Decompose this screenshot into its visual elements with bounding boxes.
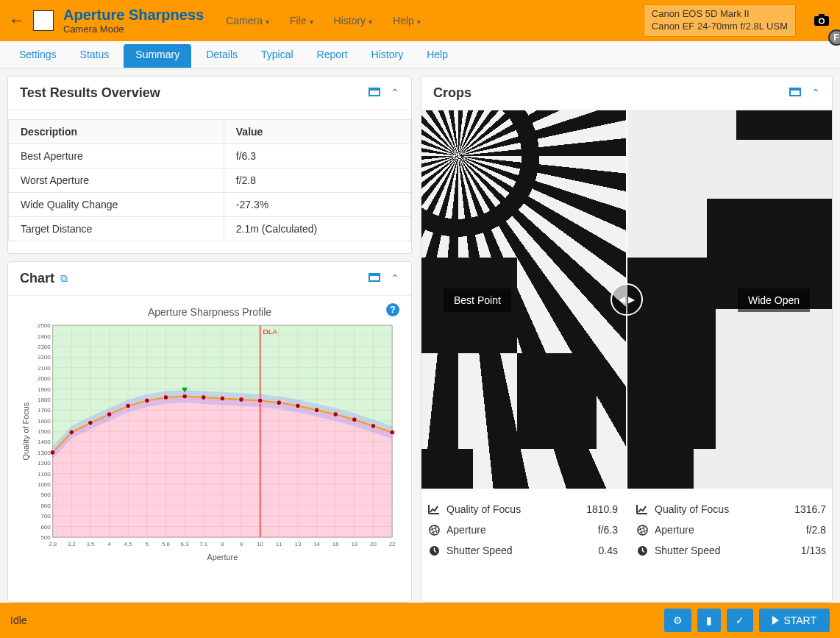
svg-point-99 bbox=[220, 396, 225, 401]
svg-text:13: 13 bbox=[294, 541, 301, 547]
svg-text:2200: 2200 bbox=[38, 354, 51, 361]
svg-point-98 bbox=[201, 395, 206, 400]
back-button[interactable]: ← bbox=[9, 11, 25, 30]
bottom-bar: Idle ⚙ ▮ ✓ START bbox=[0, 603, 840, 638]
th-value: Value bbox=[224, 120, 410, 144]
svg-text:Quality of Focus: Quality of Focus bbox=[21, 402, 30, 460]
svg-text:8: 8 bbox=[221, 541, 224, 547]
svg-point-113 bbox=[638, 525, 647, 535]
help-icon[interactable]: ? bbox=[386, 303, 399, 316]
svg-point-108 bbox=[390, 430, 395, 435]
play-icon bbox=[772, 616, 779, 625]
tab-report[interactable]: Report bbox=[305, 41, 360, 68]
start-label: START bbox=[783, 614, 816, 626]
menu-history[interactable]: History bbox=[334, 15, 373, 26]
tabs: Settings Status Summary Details Typical … bbox=[0, 41, 840, 68]
svg-text:1000: 1000 bbox=[38, 481, 51, 488]
file-icon: ▮ bbox=[706, 614, 712, 626]
content: Test Results Overview ⌃ Description Valu… bbox=[0, 68, 840, 603]
svg-text:22: 22 bbox=[389, 541, 396, 547]
overview-title: Test Results Overview bbox=[20, 85, 160, 101]
tab-help[interactable]: Help bbox=[415, 41, 460, 68]
svg-text:Aperture: Aperture bbox=[207, 553, 238, 561]
stat-label-aperture: Aperture bbox=[655, 524, 806, 536]
tab-history[interactable]: History bbox=[360, 41, 416, 68]
window-icon[interactable] bbox=[369, 88, 380, 96]
gear-icon: ⚙ bbox=[673, 614, 683, 626]
start-button[interactable]: START bbox=[759, 609, 830, 632]
collapse-icon[interactable]: ⌃ bbox=[811, 87, 820, 99]
svg-text:10: 10 bbox=[257, 541, 263, 547]
table-row: Worst Aperturef/2.8 bbox=[9, 169, 411, 193]
svg-point-96 bbox=[163, 395, 168, 400]
stat-value: 0.4s bbox=[599, 545, 618, 556]
top-bar: ← F Aperture Sharpness Camera Mode Camer… bbox=[0, 0, 840, 41]
tab-status[interactable]: Status bbox=[68, 41, 121, 68]
menu-help[interactable]: Help bbox=[393, 15, 421, 26]
table-row: Best Aperturef/6.3 bbox=[9, 144, 411, 169]
svg-text:2000: 2000 bbox=[38, 375, 51, 382]
svg-point-91 bbox=[69, 430, 74, 435]
svg-point-97 bbox=[182, 394, 188, 399]
menu-camera[interactable]: Camera bbox=[226, 15, 269, 26]
crops-panel: Crops ⌃ Best Point Wide Open ◀ ▶ bbox=[421, 76, 833, 603]
camera-info-badge[interactable]: Canon EOS 5D Mark II Canon EF 24-70mm f/… bbox=[644, 4, 796, 37]
svg-text:11: 11 bbox=[276, 541, 282, 547]
check-button[interactable]: ✓ bbox=[727, 609, 753, 632]
stat-value: f/2.8 bbox=[806, 524, 826, 536]
tab-typical[interactable]: Typical bbox=[249, 41, 305, 68]
svg-text:6.3: 6.3 bbox=[181, 541, 190, 547]
tab-summary[interactable]: Summary bbox=[124, 44, 191, 68]
svg-point-93 bbox=[107, 412, 112, 417]
collapse-icon[interactable]: ⌃ bbox=[391, 87, 399, 99]
tab-settings[interactable]: Settings bbox=[7, 41, 68, 68]
app-title: Aperture Sharpness bbox=[63, 7, 204, 24]
svg-text:1300: 1300 bbox=[38, 450, 51, 456]
svg-text:1200: 1200 bbox=[38, 460, 51, 467]
window-icon[interactable] bbox=[789, 88, 801, 96]
stat-label-shutter: Shutter Speed bbox=[446, 545, 599, 556]
svg-text:20: 20 bbox=[370, 541, 377, 547]
svg-text:1500: 1500 bbox=[38, 428, 51, 435]
chart-panel: Chart ⧉ ⌃ Aperture Sharpness Profile ? 5… bbox=[7, 261, 412, 603]
svg-point-101 bbox=[257, 398, 263, 403]
collapse-icon[interactable]: ⌃ bbox=[391, 272, 399, 284]
stat-value: f/6.3 bbox=[598, 524, 618, 536]
stat-value: 1316.7 bbox=[794, 503, 826, 515]
stat-label-qof: Quality of Focus bbox=[655, 503, 794, 515]
svg-text:18: 18 bbox=[351, 541, 357, 547]
svg-text:1900: 1900 bbox=[38, 386, 51, 393]
file-button[interactable]: ▮ bbox=[697, 609, 721, 632]
tab-details[interactable]: Details bbox=[194, 41, 249, 68]
svg-point-100 bbox=[239, 397, 244, 402]
svg-text:2.8: 2.8 bbox=[49, 541, 57, 547]
compare-handle[interactable]: ◀ ▶ bbox=[611, 283, 643, 316]
svg-text:600: 600 bbox=[40, 524, 51, 531]
chart-line-icon bbox=[427, 503, 441, 516]
svg-point-92 bbox=[88, 420, 93, 425]
crop-compare-view[interactable]: Best Point Wide Open ◀ ▶ bbox=[421, 110, 832, 489]
svg-text:1100: 1100 bbox=[38, 471, 51, 478]
camera-lens-label: Canon EF 24-70mm f/2.8L USM bbox=[652, 21, 788, 33]
svg-rect-1 bbox=[819, 14, 825, 17]
svg-text:5: 5 bbox=[146, 541, 149, 547]
crop-label-wide: Wide Open bbox=[738, 288, 810, 312]
svg-text:1400: 1400 bbox=[38, 439, 51, 445]
svg-point-111 bbox=[430, 525, 439, 535]
svg-text:1800: 1800 bbox=[38, 397, 51, 403]
aperture-icon bbox=[427, 523, 441, 536]
window-icon[interactable] bbox=[369, 273, 380, 282]
settings-button[interactable]: ⚙ bbox=[664, 609, 691, 632]
overview-table: Description Value Best Aperturef/6.3 Wor… bbox=[8, 119, 411, 241]
menu-file[interactable]: File bbox=[290, 15, 313, 26]
svg-text:2100: 2100 bbox=[38, 365, 51, 372]
svg-text:7.1: 7.1 bbox=[199, 541, 208, 547]
svg-point-106 bbox=[352, 417, 357, 422]
camera-icon[interactable] bbox=[814, 13, 830, 30]
app-logo: F bbox=[32, 10, 54, 32]
crop-right: Wide Open bbox=[627, 110, 832, 489]
copy-icon[interactable]: ⧉ bbox=[60, 272, 68, 285]
svg-text:3.2: 3.2 bbox=[68, 541, 76, 547]
overview-panel: Test Results Overview ⌃ Description Valu… bbox=[7, 76, 412, 254]
svg-text:2500: 2500 bbox=[38, 322, 51, 329]
